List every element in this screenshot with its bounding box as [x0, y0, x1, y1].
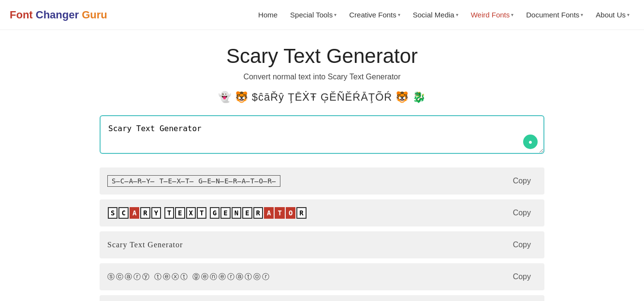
- block-char: R: [140, 207, 150, 219]
- block-char: A: [130, 207, 139, 219]
- logo-changer: Changer: [36, 9, 79, 21]
- block-char: N: [232, 207, 241, 219]
- nav-special-tools[interactable]: Special Tools ▾: [285, 8, 341, 22]
- block-char: S: [108, 207, 117, 219]
- text-input[interactable]: Scary Text Generator: [100, 115, 544, 154]
- copy-button-1[interactable]: Copy: [507, 173, 537, 189]
- block-char: C: [118, 207, 128, 219]
- block-char: R: [253, 207, 263, 219]
- logo-font: Font: [10, 9, 33, 21]
- result-content-1: S̶C̶A̶R̶Y̶ T̶E̶X̶T̶ G̶E̶N̶E̶R̶A̶T̶O̶R̶: [107, 169, 507, 193]
- chevron-down-icon: ▾: [581, 12, 583, 17]
- block-char: T: [164, 207, 174, 219]
- logo-guru: Guru: [82, 9, 107, 21]
- block-char: X: [186, 207, 196, 219]
- loading-icon: ●: [523, 135, 538, 149]
- nav-creative-fonts[interactable]: Creative Fonts ▾: [344, 8, 405, 22]
- result-content-2: SCARY TEXT GENERATOR: [107, 201, 507, 225]
- nav-items: Home Special Tools ▾ Creative Fonts ▾ So…: [127, 8, 634, 22]
- result-row: ⓢⓒⓐⓡⓨ ⓣⓔⓧⓣ ⓖⓔⓝⓔⓡⓐⓣⓞⓡ Copy: [100, 263, 544, 290]
- block-char: E: [220, 207, 230, 219]
- page-title: Scary Text Generator: [100, 45, 544, 68]
- result-row: Scary Text Generator Copy: [100, 295, 544, 301]
- main-content: Scary Text Generator Convert normal text…: [90, 30, 554, 301]
- nav-about-us[interactable]: About Us ▾: [591, 8, 634, 22]
- input-wrapper: Scary Text Generator ●: [100, 115, 544, 156]
- block-char: Y: [151, 207, 161, 219]
- block-char: O: [286, 207, 295, 219]
- block-char: E: [242, 207, 252, 219]
- navbar: Font Changer Guru Home Special Tools ▾ C…: [0, 0, 644, 30]
- result-row: SCARY TEXT GENERATOR Copy: [100, 199, 544, 226]
- chevron-down-icon: ▾: [334, 12, 337, 17]
- nav-home[interactable]: Home: [253, 8, 282, 22]
- result-row: Scary Text Generator Copy: [100, 231, 544, 258]
- result-content-4: ⓢⓒⓐⓡⓨ ⓣⓔⓧⓣ ⓖⓔⓝⓔⓡⓐⓣⓞⓡ: [107, 267, 507, 287]
- chevron-down-icon: ▾: [511, 12, 513, 17]
- result-row: S̶C̶A̶R̶Y̶ T̶E̶X̶T̶ G̶E̶N̶E̶R̶A̶T̶O̶R̶ C…: [100, 167, 544, 195]
- block-char: T: [275, 207, 284, 219]
- nav-weird-fonts[interactable]: Weird Fonts ▾: [466, 8, 519, 22]
- result-content-5: Scary Text Generator: [107, 299, 507, 301]
- block-char: A: [264, 207, 274, 219]
- block-char: T: [197, 207, 206, 219]
- block-char: E: [175, 207, 185, 219]
- copy-button-4[interactable]: Copy: [507, 269, 537, 285]
- result-text-1: S̶C̶A̶R̶Y̶ T̶E̶X̶T̶ G̶E̶N̶E̶R̶A̶T̶O̶R̶: [107, 175, 280, 187]
- chevron-down-icon: ▾: [627, 12, 629, 17]
- copy-button-3[interactable]: Copy: [507, 237, 537, 253]
- copy-button-2[interactable]: Copy: [507, 205, 537, 221]
- block-char: R: [296, 207, 306, 219]
- page-subtitle: Convert normal text into Scary Text Gene…: [100, 73, 544, 81]
- chevron-down-icon: ▾: [398, 12, 400, 17]
- block-char: G: [210, 207, 220, 219]
- site-logo[interactable]: Font Changer Guru: [10, 9, 107, 21]
- nav-document-fonts[interactable]: Document Fonts ▾: [521, 8, 588, 22]
- preview-text: 👻 🐯 $ĉāŘŷ ŢĒẊŦ ĢĔÑĔŔĀŢÕŔ 🐯 🐉: [100, 91, 544, 104]
- nav-social-media[interactable]: Social Media ▾: [408, 8, 463, 22]
- result-content-3: Scary Text Generator: [107, 235, 507, 255]
- chevron-down-icon: ▾: [456, 12, 458, 17]
